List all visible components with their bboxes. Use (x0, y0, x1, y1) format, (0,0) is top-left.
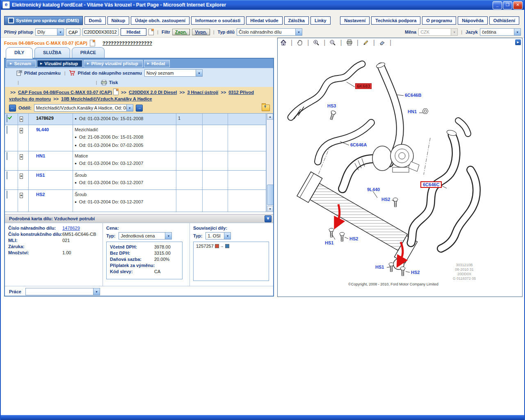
section-next-button[interactable]: → (136, 105, 143, 112)
section-prev-button[interactable]: ← (9, 105, 16, 112)
detail-collapse-button[interactable]: ▼ (265, 215, 272, 222)
part-callout[interactable]: HS3 (327, 103, 336, 108)
search-button[interactable]: Hledat (121, 28, 147, 36)
related-source-icon[interactable] (215, 244, 219, 248)
related-target-icon[interactable] (225, 244, 229, 248)
subnav-vizualni-pristup-button[interactable]: ▶Vizuální přístup (37, 60, 82, 67)
part-callout-highlighted[interactable]: 6K683 (355, 83, 372, 89)
nav-home-button[interactable]: Domů (84, 16, 105, 25)
table-scrollbar[interactable]: ▲ ▼ (266, 114, 273, 212)
nav-part-info-button[interactable]: Informace o součásti (191, 16, 244, 25)
part-number-link[interactable]: 1478629 (62, 226, 80, 231)
expand-icon[interactable]: + (20, 193, 23, 198)
subnav-hledat-button[interactable]: ▶Hledat (144, 60, 170, 67)
part-callout[interactable]: 6C646A (350, 142, 367, 147)
copy-page-icon[interactable] (148, 29, 154, 35)
breadcrumb-item-engine[interactable]: C20DD0X 2.0 DI Diesel (129, 90, 177, 95)
part-callout[interactable]: HS2 (411, 270, 420, 275)
nav-search-all-button[interactable]: Hledat všude (246, 16, 282, 25)
nav-logout-button[interactable]: Odhlášení (489, 16, 519, 25)
expand-icon[interactable]: + (20, 128, 23, 133)
missing-text-placeholder[interactable]: ?????????????????? (103, 41, 152, 46)
tab-dily[interactable]: DÍLY (6, 47, 33, 59)
minimize-button[interactable]: _ (493, 1, 502, 9)
related-type-select[interactable]: 1. OSI▼ (205, 232, 231, 240)
row-checkbox[interactable] (7, 171, 7, 179)
breadcrumb-item-cap[interactable]: CAP Focus 04-08/Focus C-MAX 03-07 (CAP) (18, 90, 112, 95)
parts-diagram[interactable]: 6K683 HS3 6C646B HN1 6C646A 9L440 HS2 6C… (278, 47, 522, 297)
subnav-seznam-button[interactable]: ▶Seznam (7, 60, 36, 67)
table-row[interactable]: + HN1 Matice ●Od: 01-03-2004 Do: 03-12-2… (5, 151, 273, 171)
panel-expand-button[interactable]: ▶ (515, 39, 521, 45)
part-callout[interactable]: HS1 (375, 265, 384, 269)
row-checkbox[interactable] (7, 152, 7, 160)
nav-links-button[interactable]: Linky (310, 16, 331, 25)
breadcrumb-item-group[interactable]: 3 Hnací ústrojí (187, 90, 218, 95)
expand-icon[interactable]: + (20, 154, 23, 160)
restore-button[interactable]: ❐ (503, 1, 512, 9)
folder-up-icon[interactable] (262, 105, 270, 111)
part-callout[interactable]: HS2 (349, 236, 358, 241)
related-part-link[interactable]: 1257257 (196, 244, 214, 249)
part-callout[interactable]: HN1 (408, 109, 417, 114)
filter-on-button[interactable]: Zapn. (172, 29, 190, 35)
pan-hand-icon[interactable] (297, 39, 303, 46)
scrollbar-thumb[interactable] (267, 185, 273, 205)
language-select[interactable]: čeština▼ (480, 28, 521, 36)
price-type-select[interactable]: Jednotková cena▼ (119, 232, 172, 240)
tab-prace[interactable]: PRÁCE (72, 47, 105, 58)
print-link[interactable]: Tisk (101, 80, 118, 85)
scroll-down-icon[interactable]: ▼ (267, 206, 273, 212)
close-button[interactable]: ✕ (513, 1, 523, 9)
expand-icon[interactable]: + (20, 173, 23, 179)
part-number[interactable]: 1478629 (29, 114, 73, 126)
nav-support-button[interactable]: Technická podpora (371, 16, 420, 25)
document-icon[interactable] (90, 40, 95, 46)
nav-dms-button[interactable]: Systém pro správu dat (DMS) (4, 16, 83, 25)
eraser-icon[interactable] (379, 39, 386, 46)
part-callout[interactable]: 6C646B (405, 93, 421, 98)
row-checkbox[interactable] (7, 191, 7, 199)
nav-about-button[interactable]: O programu (422, 16, 456, 25)
nav-help-button[interactable]: Nápověda (458, 16, 488, 25)
part-type-select[interactable]: Číslo náhradního dílu▼ (237, 28, 302, 36)
nav-settings-button[interactable]: Nastavení (340, 16, 370, 25)
add-to-shopping-list-link[interactable]: Přidat do nákupního seznamu (69, 70, 142, 76)
row-checkbox-checked[interactable] (7, 114, 7, 122)
tab-sluzba[interactable]: SLUŽBA (34, 47, 70, 58)
print-diagram-icon[interactable] (346, 39, 353, 46)
part-number-link[interactable]: HN1 (29, 151, 73, 170)
zoom-out-icon[interactable] (329, 39, 336, 46)
shopping-list-select[interactable]: Nový seznam▼ (144, 69, 203, 77)
part-callout[interactable]: HS2 (381, 197, 390, 202)
document-icon[interactable] (113, 89, 119, 95)
nav-purchase-button[interactable]: Nákup (107, 16, 130, 25)
part-number-link[interactable]: HS2 (29, 190, 73, 212)
part-number-link[interactable]: HS1 (29, 171, 73, 189)
breadcrumb-item-section[interactable]: 10B Mezichladič/Vzduch.Kanálky A Hadice (61, 96, 152, 101)
home-icon[interactable] (280, 39, 287, 46)
subnav-primy-vizualni-pristup-button[interactable]: ▶Přímý vizuální přístup (84, 60, 143, 67)
add-note-link[interactable]: Přidat poznámku (16, 70, 61, 76)
works-select[interactable]: ▼ (25, 288, 100, 295)
table-row[interactable]: + 1478629 ●Od: 01-03-2004 Do: 15-01-2008… (5, 114, 273, 125)
table-row[interactable]: + HS2 Šroub ●Od: 01-03-2004 Do: 03-12-20… (5, 190, 273, 212)
expand-icon[interactable]: + (20, 116, 23, 122)
part-callout[interactable]: 9L440 (367, 187, 380, 192)
row-checkbox[interactable] (7, 126, 7, 134)
table-row[interactable]: + HS1 Šroub ●Od: 01-03-2004 Do: 03-12-20… (5, 171, 273, 190)
window-title: Elektronický katalog FordEcat - Vítáme V… (12, 2, 226, 8)
pencil-icon[interactable] (363, 39, 369, 46)
part-callout[interactable]: HS1 (325, 240, 333, 245)
table-row[interactable]: + 9L440 Mezichladič ●Od: 21-08-2006 Do: … (5, 125, 273, 151)
nav-dealer-data-button[interactable]: Údaje obch. zastoupení (131, 16, 189, 25)
part-number-link[interactable]: 9L440 (29, 125, 73, 152)
zoom-in-icon[interactable] (313, 39, 320, 46)
nav-bookmark-button[interactable]: Záložka (284, 16, 309, 25)
section-select[interactable]: Mezichladič/Vzduch.Kanálky A Hadice, Od:… (34, 104, 133, 112)
scroll-up-icon[interactable]: ▲ (267, 114, 273, 120)
scope-select[interactable]: Díly▼ (35, 28, 64, 36)
search-input[interactable] (82, 28, 119, 36)
part-callout-boxed[interactable]: 6C646C (420, 181, 442, 188)
filter-off-button[interactable]: Vypn. (192, 29, 210, 35)
